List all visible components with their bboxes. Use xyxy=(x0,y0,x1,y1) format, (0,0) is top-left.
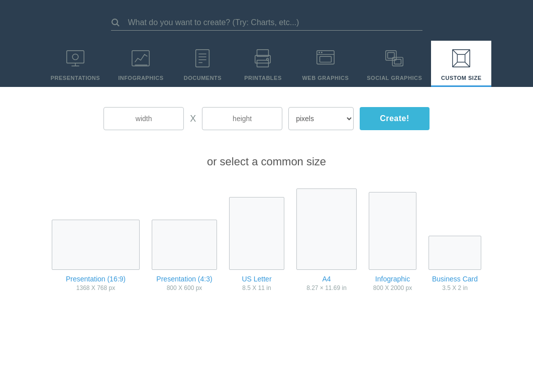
card-title-infographic: Infographic xyxy=(375,275,410,283)
svg-point-19 xyxy=(318,52,320,53)
nav-item-printables[interactable]: PRINTABLES xyxy=(233,41,293,87)
svg-line-30 xyxy=(465,62,470,67)
card-preview-presentation-43 xyxy=(152,220,217,270)
common-size-heading: or select a common size xyxy=(10,155,523,168)
card-preview-us-letter xyxy=(229,197,284,270)
card-dims-us-letter: 8.5 X 11 in xyxy=(242,284,271,291)
svg-rect-21 xyxy=(319,56,331,62)
svg-rect-15 xyxy=(257,60,269,67)
card-dims-presentation-169: 1368 X 768 px xyxy=(76,284,115,291)
card-title-presentation-169: Presentation (16:9) xyxy=(66,275,126,283)
card-dims-business-card: 3.5 X 2 in xyxy=(442,284,468,291)
custom-size-row: X pixels inches cm mm Create! xyxy=(10,107,523,130)
nav-label-documents: DOCUMENTS xyxy=(184,75,222,81)
nav-label-printables: PRINTABLES xyxy=(244,75,281,81)
nav-categories: PRESENTATIONS INFOGRAPHICS xyxy=(0,41,533,87)
infographic-icon xyxy=(128,46,153,71)
nav-label-presentations: PRESENTATIONS xyxy=(51,75,100,81)
card-preview-business-card xyxy=(429,236,481,270)
svg-rect-6 xyxy=(132,51,149,66)
svg-line-27 xyxy=(453,50,458,55)
svg-rect-2 xyxy=(67,51,84,63)
nav-label-web-graphics: WEB GRAPHICS xyxy=(302,75,349,81)
printable-icon xyxy=(250,46,275,71)
card-title-a4: A4 xyxy=(322,275,331,283)
nav-item-social-graphics[interactable]: SOCIAL GRAPHICS xyxy=(358,41,431,87)
nav-label-custom-size: CUSTOM SIZE xyxy=(441,75,481,81)
search-bar xyxy=(111,15,422,31)
nav-item-infographics[interactable]: INFOGRAPHICS xyxy=(109,41,172,87)
card-title-presentation-43: Presentation (4:3) xyxy=(156,275,212,283)
svg-point-3 xyxy=(72,54,78,59)
svg-rect-8 xyxy=(196,50,209,67)
size-card-business-card[interactable]: Business Card 3.5 X 2 in xyxy=(429,236,481,291)
presentation-icon xyxy=(63,46,88,71)
search-bar-wrap xyxy=(0,10,533,41)
search-icon xyxy=(111,18,123,27)
x-separator: X xyxy=(190,114,196,124)
size-card-us-letter[interactable]: US Letter 8.5 X 11 in xyxy=(229,197,284,291)
document-icon xyxy=(190,46,215,71)
size-card-infographic[interactable]: Infographic 800 X 2000 px xyxy=(369,192,416,291)
web-graphics-icon xyxy=(313,46,338,71)
custom-size-icon xyxy=(449,46,474,71)
header: PRESENTATIONS INFOGRAPHICS xyxy=(0,0,533,87)
card-dims-presentation-43: 800 X 600 px xyxy=(167,284,202,291)
svg-line-29 xyxy=(453,62,458,67)
social-graphics-icon xyxy=(382,46,407,71)
size-card-presentation-43[interactable]: Presentation (4:3) 800 X 600 px xyxy=(152,220,217,291)
main-content: X pixels inches cm mm Create! or select … xyxy=(0,87,533,312)
nav-label-social-graphics: SOCIAL GRAPHICS xyxy=(367,75,422,81)
svg-line-1 xyxy=(117,24,119,27)
svg-point-16 xyxy=(267,58,269,60)
card-title-us-letter: US Letter xyxy=(242,275,271,283)
card-preview-presentation-169 xyxy=(52,220,140,270)
size-card-presentation-169[interactable]: Presentation (16:9) 1368 X 768 px xyxy=(52,220,140,291)
card-dims-a4: 8.27 × 11.69 in xyxy=(306,284,347,291)
card-dims-infographic: 800 X 2000 px xyxy=(373,284,412,291)
svg-line-28 xyxy=(465,50,470,55)
nav-item-documents[interactable]: DOCUMENTS xyxy=(172,41,233,87)
svg-point-0 xyxy=(112,19,118,25)
size-cards: Presentation (16:9) 1368 X 768 px Presen… xyxy=(10,188,523,291)
unit-select[interactable]: pixels inches cm mm xyxy=(288,107,354,130)
card-title-business-card: Business Card xyxy=(432,275,478,283)
width-input[interactable] xyxy=(103,107,184,130)
nav-label-infographics: INFOGRAPHICS xyxy=(118,75,163,81)
height-input[interactable] xyxy=(202,107,282,130)
card-preview-infographic xyxy=(369,192,416,270)
size-card-a4[interactable]: A4 8.27 × 11.69 in xyxy=(296,188,357,291)
create-button[interactable]: Create! xyxy=(360,107,430,130)
svg-point-20 xyxy=(321,52,323,53)
search-input[interactable] xyxy=(123,15,422,30)
card-preview-a4 xyxy=(296,188,357,270)
nav-item-web-graphics[interactable]: WEB GRAPHICS xyxy=(293,41,358,87)
nav-item-custom-size[interactable]: CUSTOM SIZE xyxy=(431,41,491,87)
nav-item-presentations[interactable]: PRESENTATIONS xyxy=(42,41,109,87)
